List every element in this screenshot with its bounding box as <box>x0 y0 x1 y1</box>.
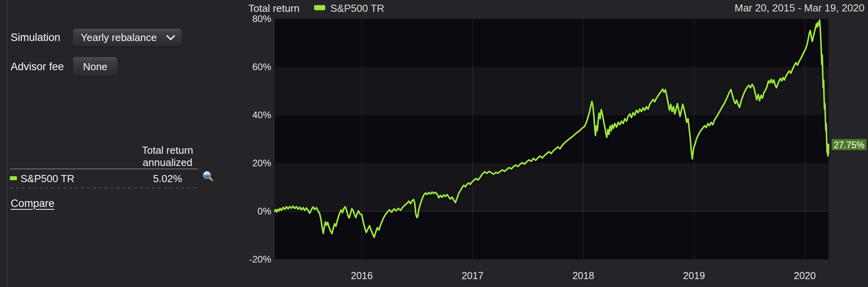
advisor-fee-label: Advisor fee <box>11 61 64 73</box>
x-tick-label: 2017 <box>462 270 484 281</box>
x-tick-label: 2019 <box>683 270 705 281</box>
chart-band <box>275 19 829 67</box>
simulation-label: Simulation <box>11 32 60 44</box>
series-name: S&P500 TR <box>20 173 75 185</box>
y-tick-label: 80% <box>252 13 271 24</box>
advisor-fee-button[interactable]: None <box>73 57 118 76</box>
compare-link[interactable]: Compare <box>11 198 54 210</box>
table-row-divider <box>10 188 198 188</box>
table-header-rule <box>10 169 198 169</box>
chevron-down-icon <box>166 35 175 41</box>
results-column-header: Total return annualized <box>130 144 205 169</box>
advisor-fee-value: None <box>83 61 107 73</box>
chart-band <box>275 163 829 211</box>
end-value-label: 27.75% <box>834 140 864 150</box>
chart-band <box>275 115 829 163</box>
y-tick-label: 0% <box>257 206 271 216</box>
x-tick-label: 2016 <box>351 270 373 281</box>
simulation-dropdown-value: Yearly rebalance <box>81 32 157 44</box>
annualized-return-value: 5.02% <box>130 173 205 185</box>
y-tick-label: -20% <box>249 254 271 265</box>
y-tick-label: 40% <box>252 110 271 120</box>
x-tick-label: 2020 <box>794 270 816 281</box>
magnifier-icon[interactable] <box>202 170 214 182</box>
simulation-dropdown[interactable]: Yearly rebalance <box>73 28 182 47</box>
series-color-swatch <box>10 176 17 180</box>
total-return-chart[interactable]: 27.75%80%60%40%20%0%-20%2016201720182019… <box>244 0 868 287</box>
y-tick-label: 60% <box>252 62 271 72</box>
panel-divider <box>7 0 7 287</box>
y-tick-label: 20% <box>252 158 271 168</box>
chart-band <box>275 211 829 259</box>
backtest-app: Simulation Yearly rebalance Advisor fee … <box>0 0 868 287</box>
x-tick-label: 2018 <box>572 270 594 281</box>
chart-region: Total return S&P500 TR Mar 20, 2015 - Ma… <box>244 0 868 287</box>
